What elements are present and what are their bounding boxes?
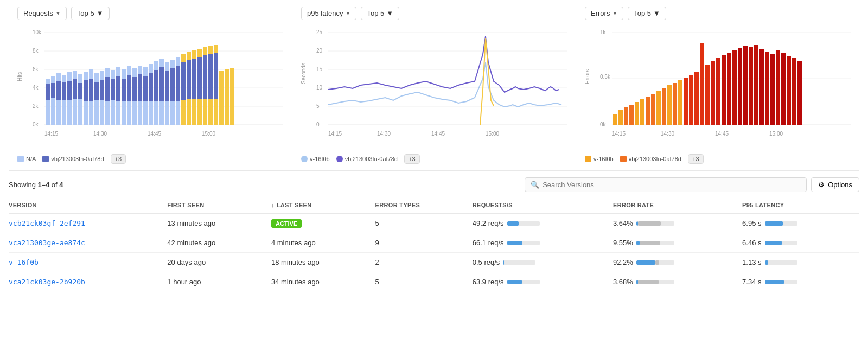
errors-top-btn[interactable]: Top 5 ▼ — [628, 7, 666, 20]
latency-legend-v16: v-16f0b — [301, 156, 330, 162]
col-requests-s: REQUESTS/S — [473, 197, 613, 213]
svg-rect-138 — [776, 50, 780, 125]
svg-rect-14 — [46, 84, 50, 100]
svg-rect-117 — [662, 88, 666, 125]
main-container: Requests ▼ Top 5 ▼ 10k 8k 6k 4k 2k 0k — [0, 0, 868, 298]
svg-rect-111 — [629, 105, 634, 125]
svg-rect-54 — [154, 70, 158, 101]
svg-rect-76 — [214, 53, 218, 99]
svg-text:Hits: Hits — [17, 72, 23, 81]
cell-first-seen: 20 days ago — [167, 253, 271, 272]
latency-title-btn[interactable]: p95 latency ▼ — [301, 7, 356, 20]
errors-chart-header: Errors ▼ Top 5 ▼ — [585, 7, 851, 20]
latency-legend-v16-dot — [301, 156, 308, 162]
requests-bar-fill — [503, 260, 504, 265]
options-button[interactable]: ⚙ Options — [811, 177, 859, 192]
svg-text:15:00: 15:00 — [769, 131, 783, 137]
error-bar-fill-blue — [636, 260, 655, 265]
latency-legend-vbj-label: vbj213003fn-0af78d — [345, 156, 398, 162]
requests-chart-header: Requests ▼ Top 5 ▼ — [17, 7, 283, 20]
svg-rect-56 — [159, 67, 164, 101]
svg-text:15:00: 15:00 — [202, 131, 215, 137]
errors-legend-vbj: vbj213003fn-0af78d — [620, 156, 681, 162]
cell-first-seen: 42 minutes ago — [167, 233, 271, 253]
cell-p95-latency: 6.46 s — [742, 233, 859, 253]
svg-text:6k: 6k — [33, 66, 39, 72]
requests-legend-vbj-dot — [42, 156, 49, 162]
latency-legend-more[interactable]: +3 — [404, 154, 420, 164]
cell-requests-s: 66.1 req/s — [473, 233, 613, 253]
svg-rect-131 — [738, 48, 742, 125]
gear-icon: ⚙ — [818, 181, 825, 189]
latency-title-caret: ▼ — [346, 10, 351, 16]
cell-last-seen: 34 minutes ago — [271, 272, 375, 292]
col-p95-latency: P95 LATENCY — [742, 197, 859, 213]
svg-rect-142 — [797, 61, 802, 125]
svg-rect-46 — [132, 77, 137, 101]
requests-chart-panel: Requests ▼ Top 5 ▼ 10k 8k 6k 4k 2k 0k — [9, 7, 292, 164]
requests-bar-fill — [507, 241, 523, 245]
svg-rect-78 — [225, 69, 229, 125]
requests-top-label: Top 5 — [77, 9, 94, 17]
col-last-seen[interactable]: ↓LAST SEEN — [271, 197, 375, 213]
svg-rect-72 — [203, 55, 207, 99]
svg-rect-62 — [176, 66, 180, 101]
svg-rect-109 — [618, 110, 623, 125]
requests-svg: 10k 8k 6k 4k 2k 0k Hits — [17, 24, 283, 149]
svg-rect-20 — [62, 82, 66, 100]
svg-text:25: 25 — [316, 29, 323, 35]
svg-rect-77 — [219, 71, 224, 125]
svg-rect-129 — [727, 53, 731, 125]
svg-text:10k: 10k — [33, 29, 42, 35]
cell-last-seen: 18 minutes ago — [271, 253, 375, 272]
errors-legend-more[interactable]: +3 — [688, 154, 704, 164]
cell-p95-latency: 6.95 s — [742, 213, 859, 233]
cell-version: vca21ck03ge-2b920b — [9, 272, 167, 292]
svg-rect-128 — [722, 55, 726, 125]
cell-error-rate: 3.64% — [613, 213, 742, 233]
svg-rect-52 — [149, 73, 153, 101]
cell-requests-s: 0.5 req/s — [473, 253, 613, 272]
latency-value: 7.34 s — [742, 278, 761, 286]
svg-rect-70 — [197, 57, 202, 99]
latency-bar-fill — [765, 221, 783, 226]
cell-requests-s: 49.2 req/s — [473, 213, 613, 233]
showing-text: Showing 1–4 of 4 — [9, 181, 63, 189]
cell-error-types: 5 — [375, 272, 473, 292]
svg-rect-123 — [694, 72, 699, 125]
svg-rect-18 — [56, 81, 61, 100]
errors-legend-v16: v-16f0b — [585, 156, 614, 162]
svg-rect-127 — [716, 58, 720, 125]
latency-chart-area: 25 20 15 10 5 0 Seconds — [301, 24, 567, 151]
table-section: Showing 1–4 of 4 🔍 ⚙ Options VERSION FIR… — [9, 177, 859, 291]
svg-text:14:30: 14:30 — [93, 131, 107, 137]
svg-text:Seconds: Seconds — [301, 63, 307, 84]
svg-rect-132 — [743, 46, 748, 125]
errors-top-caret: ▼ — [653, 9, 660, 17]
latency-top-btn[interactable]: Top 5 ▼ — [361, 7, 399, 20]
svg-rect-115 — [651, 94, 655, 125]
svg-rect-116 — [656, 91, 661, 125]
requests-bar-track — [503, 260, 535, 265]
requests-bar-track — [507, 280, 540, 284]
requests-title-btn[interactable]: Requests ▼ — [17, 7, 67, 20]
cell-first-seen: 1 hour ago — [167, 272, 271, 292]
svg-text:14:15: 14:15 — [328, 131, 342, 137]
requests-top-btn[interactable]: Top 5 ▼ — [71, 7, 110, 20]
requests-bar-track — [507, 221, 540, 226]
showing-prefix: Showing — [9, 181, 37, 189]
svg-rect-26 — [78, 83, 82, 99]
error-rate-value: 9.55% — [613, 239, 633, 247]
requests-legend-more[interactable]: +3 — [111, 154, 126, 164]
search-box[interactable]: 🔍 — [525, 177, 807, 192]
errors-title-btn[interactable]: Errors ▼ — [585, 7, 623, 20]
cell-p95-latency: 7.34 s — [742, 272, 859, 292]
cell-error-rate: 3.68% — [613, 272, 742, 292]
cell-p95-latency: 1.13 s — [742, 253, 859, 272]
cell-last-seen: 4 minutes ago — [271, 233, 375, 253]
svg-text:4k: 4k — [33, 85, 39, 91]
error-rate-value: 3.68% — [613, 278, 633, 286]
latency-legend-vbj: vbj213003fn-0af78d — [336, 156, 398, 162]
requests-bar-track — [507, 241, 540, 245]
search-input[interactable] — [542, 181, 801, 189]
